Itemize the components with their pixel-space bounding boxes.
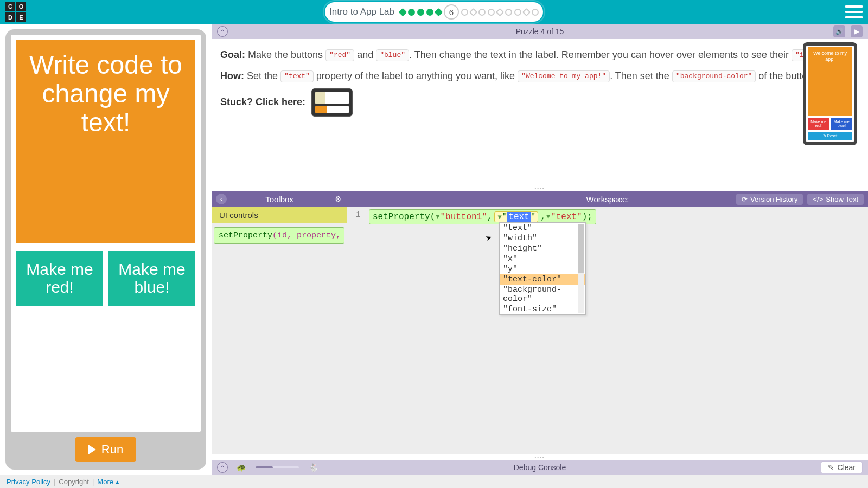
logo-letter: O [16,2,26,11]
autocomplete-option[interactable]: "text-color" [500,274,585,285]
progress-dot[interactable] [496,8,505,16]
progress-dot[interactable] [408,9,415,16]
resize-handle[interactable]: •••• [212,185,868,191]
code-area[interactable]: setProperty(▼"button1", ▼"text", ▼"text"… [369,207,868,454]
sound-icon[interactable]: 🔊 [833,25,845,37]
logo-letter: E [16,12,26,22]
chip-bg: "background-color" [672,70,756,82]
dropdown-icon[interactable]: ▼ [546,213,550,221]
resize-handle[interactable]: •••• [212,454,868,460]
autocomplete-option[interactable]: "width" [500,233,585,243]
progress-dot[interactable] [478,9,486,16]
progress-dot[interactable] [399,8,407,16]
separator: | [54,478,55,486]
workspace-body: UI controls setProperty(id, property, va… [212,207,868,454]
autocomplete-option[interactable]: "font-size" [500,304,585,314]
autocomplete-option[interactable]: "background-color" [500,285,585,304]
dropdown-icon[interactable]: ▼ [436,213,439,221]
clear-label: Clear [838,463,856,472]
dropdown-icon[interactable]: ▼ [497,214,501,221]
progress-dot[interactable] [522,8,531,16]
goal-line: Goal: Make the buttons "red" and "blue".… [220,47,859,63]
progress-dot[interactable] [469,8,478,16]
clear-button[interactable]: ✎ Clear [821,461,863,473]
progress-dot[interactable] [435,8,443,16]
how-label: How: [220,70,244,81]
show-text-button[interactable]: </> Show Text [807,194,864,205]
code-arg1[interactable]: "button1" [440,212,487,222]
collapse-toggle-icon[interactable]: ⌃ [217,462,228,473]
how-text: . Then set the [610,70,672,81]
instructions-body: Goal: Make the buttons "red" and "blue".… [212,39,868,185]
version-history-button[interactable]: ⟳ Version History [736,194,803,205]
debug-title: Debug Console [514,463,566,472]
right-panel: ⌃ Puzzle 4 of 15 🔊 ▶ Goal: Make the butt… [212,24,868,475]
app-button-row: Make me red! Make me blue! [16,251,195,306]
puzzle-number: Puzzle 4 of 15 [516,27,564,36]
progress-dot[interactable] [505,9,512,16]
goal-text: . Then change the text in the label. Rem… [409,49,792,60]
autocomplete-option[interactable]: "y" [500,264,585,274]
lesson-progress-pill: Intro to App Lab 6 [324,1,544,23]
run-button[interactable]: Run [75,437,136,462]
collapse-toggle-icon[interactable]: ⌃ [217,26,228,37]
play-icon[interactable]: ▶ [851,25,863,37]
make-me-red-button[interactable]: Make me red! [16,251,103,306]
hint-thumbnail[interactable] [311,88,353,117]
progress-dot[interactable] [488,9,495,16]
main-area: Write code to change my text! Make me re… [0,24,868,475]
lesson-title: Intro to App Lab [329,7,394,17]
goal-text: Make the buttons [245,49,326,60]
top-bar: C O D E Intro to App Lab 6 [0,0,868,24]
autocomplete-dropdown[interactable]: "text""width""height""x""y""text-color""… [499,222,586,315]
privacy-link[interactable]: Privacy Policy [7,478,50,486]
code-org-logo[interactable]: C O D E [5,2,26,22]
mini-blue-button: Make me blue! [831,118,853,130]
progress-dots: 6 [400,4,539,20]
mini-red-button: Make me red! [808,118,829,130]
toolbox-block-setproperty[interactable]: setProperty(id, property, va [214,227,344,244]
code-workspace[interactable]: 1 setProperty(▼"button1", ▼"text", ▼"tex… [347,207,868,454]
autocomplete-option[interactable]: "height" [500,243,585,254]
block-fn: setProperty [219,231,272,240]
property-dropdown-field[interactable]: ▼"text" [494,211,538,222]
cursor-icon: ➤ [484,232,494,242]
version-history-label: Version History [750,195,797,203]
autocomplete-option[interactable]: "x" [500,254,585,264]
instructions-header: ⌃ Puzzle 4 of 15 🔊 ▶ [212,24,868,39]
how-text: Set the [244,70,280,81]
menu-icon[interactable] [845,5,863,18]
toolbox-header: ‹ Toolbox ⚙ [212,191,347,207]
toolbox-category[interactable]: UI controls [212,207,347,223]
stuck-label: Stuck? Click here: [220,97,305,107]
make-me-blue-button[interactable]: Make me blue! [108,251,195,306]
speed-slider[interactable] [256,466,299,468]
scrollbar[interactable] [578,224,584,313]
progress-dot-current[interactable]: 6 [444,4,459,20]
more-link[interactable]: More ▴ [97,478,119,486]
progress-dot[interactable] [514,9,521,16]
goal-label: Goal: [220,49,245,60]
chip-red: "red" [326,49,354,61]
logo-letter: D [5,12,15,22]
gear-icon[interactable]: ⚙ [335,195,342,203]
separator: | [92,478,94,486]
app-label[interactable]: Write code to change my text! [16,40,195,243]
chip-blue: "blue" [376,49,409,61]
logo-letter: C [5,2,15,11]
toolbox-back-icon[interactable]: ‹ [216,194,227,204]
app-preview-panel: Write code to change my text! Make me re… [0,24,212,475]
mini-phone-preview[interactable]: Welcome to my app! Make me red! Make me … [803,42,857,145]
toolbox-panel: UI controls setProperty(id, property, va [212,207,347,454]
code-arg2-selected: text [507,212,530,222]
autocomplete-option[interactable]: "text" [500,223,585,233]
code-arg3[interactable]: "text" [551,212,582,222]
progress-dot[interactable] [426,9,433,16]
block-sig: (id, property, va [272,231,344,240]
debug-console-bar: ⌃ 🐢 🐇 Debug Console ✎ Clear [212,460,868,475]
progress-dot[interactable] [532,9,539,16]
mini-reset-button: ↻ Reset [808,132,852,140]
progress-dot[interactable] [417,9,424,16]
stuck-line: Stuck? Click here: [220,88,859,117]
progress-dot[interactable] [461,9,468,16]
